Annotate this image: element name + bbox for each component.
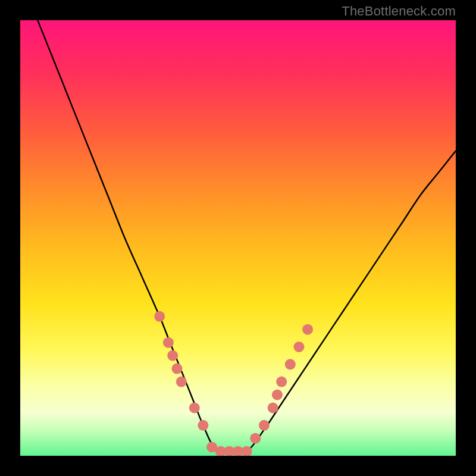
plot-area (20, 20, 456, 456)
outer-frame: TheBottleneck.com (0, 0, 476, 476)
watermark-label: TheBottleneck.com (342, 4, 456, 19)
